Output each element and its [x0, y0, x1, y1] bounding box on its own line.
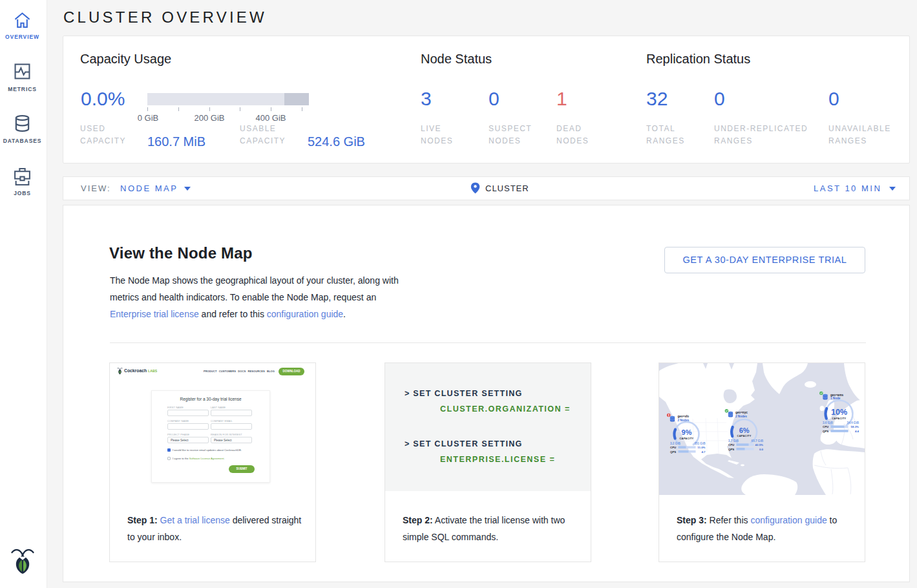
svg-text:3.7 GiB: 3.7 GiB: [728, 439, 739, 443]
svg-text:9%: 9%: [682, 428, 692, 436]
svg-text:CAPACITY: CAPACITY: [680, 437, 694, 440]
svg-text:0.0: 0.0: [759, 448, 764, 451]
svg-text:CPU: CPU: [823, 425, 828, 428]
svg-text:3.2 GiB: 3.2 GiB: [670, 442, 681, 445]
svg-text:4.4: 4.4: [855, 430, 859, 433]
svg-text:34.4 GiB: 34.4 GiB: [847, 421, 859, 425]
svg-text:58.3%: 58.3%: [851, 425, 859, 428]
svg-text:4.7: 4.7: [701, 450, 706, 454]
svg-text:QPS: QPS: [728, 448, 734, 451]
svg-text:QPS: QPS: [823, 430, 828, 433]
svg-text:geo=sfo: geo=sfo: [677, 415, 689, 418]
svg-text:CAPACITY: CAPACITY: [737, 434, 752, 437]
svg-text:2 Nodes: 2 Nodes: [735, 415, 747, 418]
svg-text:QPS: QPS: [670, 450, 676, 454]
svg-text:351 GiB: 351 GiB: [694, 442, 706, 445]
svg-text:6%: 6%: [739, 426, 750, 434]
svg-text:65.7 GiB: 65.7 GiB: [752, 439, 764, 443]
svg-text:42.5%: 42.5%: [755, 443, 764, 446]
svg-text:CPU: CPU: [670, 446, 676, 449]
svg-text:geo=nyc: geo=nyc: [735, 411, 748, 414]
svg-text:CPU: CPU: [728, 443, 734, 446]
svg-text:10%: 10%: [831, 408, 847, 417]
svg-text:CAPACITY: CAPACITY: [832, 417, 847, 420]
svg-text:geo=ams: geo=ams: [830, 394, 843, 397]
svg-text:11.0%: 11.0%: [697, 446, 705, 449]
svg-text:3.6 GiB: 3.6 GiB: [823, 421, 834, 425]
